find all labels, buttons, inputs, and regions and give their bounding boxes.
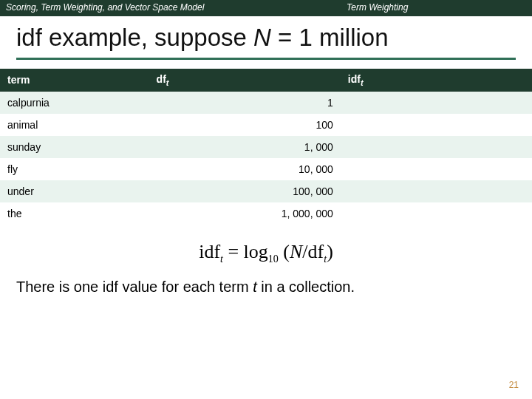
title-var: N <box>253 24 271 51</box>
th-df-sub: t <box>166 78 169 87</box>
slide-title: idf example, suppose N = 1 million <box>16 24 516 56</box>
cell-df: 10, 000 <box>149 158 341 180</box>
cell-idf <box>341 158 532 180</box>
formula-df-base: df <box>308 241 324 262</box>
table-row: animal 100 <box>0 114 532 136</box>
cell-idf <box>341 180 532 202</box>
th-df: dft <box>149 69 341 92</box>
cell-df: 1, 000, 000 <box>149 202 341 225</box>
th-idf-sub: t <box>361 78 364 87</box>
table-row: sunday 1, 000 <box>0 136 532 158</box>
cell-df: 1 <box>149 92 341 114</box>
top-bar: Scoring, Term Weighting, and Vector Spac… <box>0 0 532 16</box>
topbar-left: Scoring, Term Weighting, and Vector Spac… <box>0 0 310 16</box>
cell-term: sunday <box>0 136 149 158</box>
page-number: 21 <box>509 380 519 390</box>
cell-idf <box>341 136 532 158</box>
cell-df: 100, 000 <box>149 180 341 202</box>
cell-term: under <box>0 180 149 202</box>
th-term: term <box>0 69 149 92</box>
formula-slash: / <box>302 241 307 262</box>
sentence-post: in a collection. <box>257 279 355 295</box>
sentence-pre: There is one idf value for each term <box>16 279 253 295</box>
th-idf-base: idf <box>348 73 361 85</box>
cell-term: animal <box>0 114 149 136</box>
formula-close: ) <box>327 241 333 262</box>
title-area: idf example, suppose N = 1 million <box>0 16 532 60</box>
idf-formula: idft = log10 (N/dft) <box>0 241 532 265</box>
formula-log-sub: 10 <box>268 253 279 265</box>
footer-sentence: There is one idf value for each term t i… <box>0 265 532 296</box>
title-pre: idf example, suppose <box>16 24 253 51</box>
formula-lhs-base: idf <box>199 241 220 262</box>
table-row: fly 10, 000 <box>0 158 532 180</box>
table-row: under 100, 000 <box>0 180 532 202</box>
topbar-right: Term Weighting <box>310 0 532 16</box>
cell-idf <box>341 202 532 225</box>
cell-df: 100 <box>149 114 341 136</box>
cell-term: the <box>0 202 149 225</box>
cell-idf <box>341 114 532 136</box>
table-row: the 1, 000, 000 <box>0 202 532 225</box>
idf-table: term dft idft calpurnia 1 animal 100 sun… <box>0 69 532 225</box>
cell-df: 1, 000 <box>149 136 341 158</box>
th-df-base: df <box>157 73 166 85</box>
title-underline <box>16 58 516 60</box>
cell-idf <box>341 92 532 114</box>
title-post: = 1 million <box>271 24 389 51</box>
th-idf: idft <box>341 69 532 92</box>
formula-eq: = log <box>223 241 268 262</box>
cell-term: fly <box>0 158 149 180</box>
table-row: calpurnia 1 <box>0 92 532 114</box>
cell-term: calpurnia <box>0 92 149 114</box>
formula-N: N <box>290 241 302 262</box>
formula-open: ( <box>279 241 290 262</box>
